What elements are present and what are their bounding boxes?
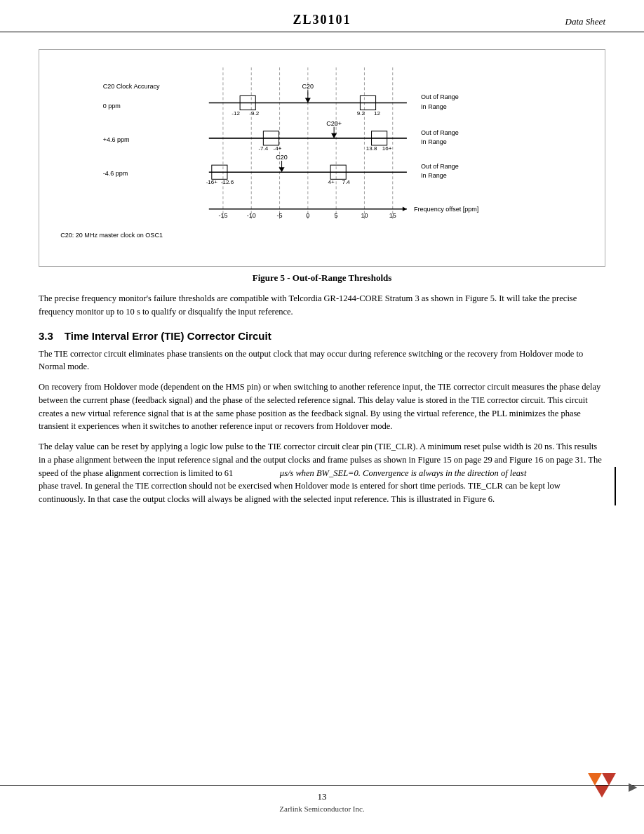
page-header: ZL30101 Data Sheet (0, 0, 644, 32)
svg-text:-9.2: -9.2 (249, 110, 259, 117)
svg-text:16+: 16+ (382, 145, 392, 152)
page-number: 13 (0, 791, 644, 802)
section-3-3-heading: 3.3 Time Interval Error (TIE) Corrector … (39, 330, 605, 342)
svg-marker-58 (588, 773, 602, 786)
svg-text:5: 5 (335, 212, 338, 219)
zarlink-logo (588, 773, 616, 797)
svg-text:7.4: 7.4 (342, 179, 351, 185)
company-name: Zarlink Semiconductor Inc. (0, 805, 644, 813)
svg-text:In Range: In Range (421, 138, 447, 145)
svg-text:C20 Clock Accuracy: C20 Clock Accuracy (103, 83, 160, 90)
svg-text:-5: -5 (277, 212, 283, 219)
svg-text:Out of Range: Out of Range (421, 163, 459, 170)
svg-text:-4.6 ppm: -4.6 ppm (103, 170, 128, 177)
svg-text:10: 10 (361, 212, 368, 219)
svg-text:0: 0 (306, 212, 309, 219)
side-note-bar (615, 467, 616, 505)
section-number: 3.3 (39, 330, 53, 342)
svg-text:4+: 4+ (328, 179, 335, 185)
svg-text:0 ppm: 0 ppm (103, 102, 121, 110)
svg-marker-44 (279, 167, 285, 172)
svg-text:C20: C20 (302, 83, 314, 90)
svg-text:12: 12 (374, 110, 380, 117)
svg-text:C20: C20 (276, 154, 288, 161)
svg-text:In Range: In Range (421, 103, 447, 110)
svg-marker-60 (595, 786, 609, 797)
svg-text:Out of Range: Out of Range (421, 129, 459, 136)
svg-text:-12: -12 (232, 110, 240, 117)
svg-text:15: 15 (389, 212, 396, 219)
svg-text:-12.6: -12.6 (221, 179, 234, 185)
svg-text:C20+: C20+ (326, 120, 342, 127)
svg-text:+4.6 ppm: +4.6 ppm (103, 136, 130, 143)
page-footer: 13 Zarlink Semiconductor Inc. ▶ (0, 785, 644, 813)
svg-marker-18 (305, 98, 311, 102)
svg-text:C20: 20 MHz master clock on OS: C20: 20 MHz master clock on OSC1 (60, 232, 163, 239)
section-3-3-para1: The TIE corrector circuit eliminates pha… (39, 348, 605, 374)
figure-caption: Figure 5 - Out-of-Range Thresholds (39, 272, 605, 284)
intro-paragraph: The precise frequency monitor's failure … (39, 292, 605, 319)
section-3-3-para3: The delay value can be reset by applying… (39, 440, 605, 506)
svg-marker-48 (403, 207, 407, 211)
svg-text:13.8: 13.8 (366, 145, 377, 152)
svg-text:Out of Range: Out of Range (421, 93, 459, 100)
svg-text:Frequency offset [ppm]: Frequency offset [ppm] (414, 206, 478, 213)
svg-text:-4+: -4+ (274, 145, 282, 152)
document-type: Data Sheet (521, 16, 605, 27)
document-title: ZL30101 (123, 13, 521, 27)
svg-text:-15: -15 (218, 212, 227, 219)
svg-text:In Range: In Range (421, 172, 447, 179)
figure-5-box: C20 Clock Accuracy 0 ppm -12 -9.2 9.2 12… (39, 49, 605, 267)
section-3-3-para2: On recovery from Holdover mode (dependen… (39, 380, 605, 433)
svg-text:-16+: -16+ (206, 179, 218, 185)
nav-arrow[interactable]: ▶ (629, 780, 637, 793)
main-content: C20 Clock Accuracy 0 ppm -12 -9.2 9.2 12… (0, 32, 644, 583)
svg-text:9.2: 9.2 (357, 110, 365, 117)
svg-text:-7.4: -7.4 (258, 145, 268, 152)
section-title: Time Interval Error (TIE) Corrector Circ… (65, 330, 271, 342)
svg-marker-59 (602, 773, 616, 786)
svg-text:-10: -10 (247, 212, 256, 219)
oor-diagram-svg: C20 Clock Accuracy 0 ppm -12 -9.2 9.2 12… (46, 57, 598, 248)
